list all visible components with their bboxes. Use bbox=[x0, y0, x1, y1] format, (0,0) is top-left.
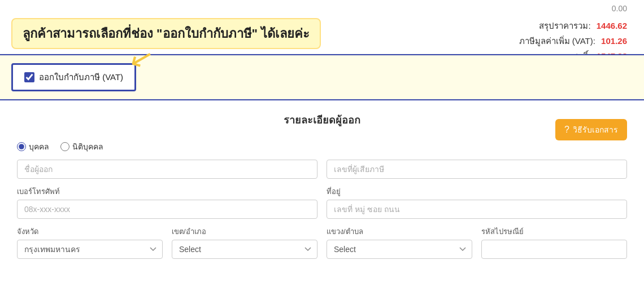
question-icon: ? bbox=[564, 125, 569, 135]
form-row-2: เบอร์โทรศัพท์ ที่อยู่ bbox=[17, 186, 627, 219]
vat-checkbox-text: ออกใบกำกับภาษี (VAT) bbox=[39, 70, 123, 84]
section-header: รายละเอียดผู้ออก ? วิธีรับเอกสาร bbox=[17, 112, 627, 140]
province-select[interactable]: กรุงเทพมหานคร bbox=[17, 240, 163, 259]
vat-checkbox-label[interactable]: ออกใบกำกับภาษี (VAT) bbox=[24, 70, 123, 84]
address-input[interactable] bbox=[327, 200, 627, 219]
top-section: ลูกค้าสามารถเลือกที่ช่อง "ออกใบกำกับภาษี… bbox=[0, 14, 644, 54]
subtotal-label: สรุปราคารวม: bbox=[539, 21, 590, 30]
page-wrapper: 0.00 ลูกค้าสามารถเลือกที่ช่อง "ออกใบกำกั… bbox=[0, 0, 644, 282]
radio-person-label[interactable]: บุคคล bbox=[17, 140, 49, 153]
zero-value: 0.00 bbox=[612, 4, 627, 13]
address-label: ที่อยู่ bbox=[327, 186, 627, 197]
section-title: รายละเอียดผู้ออก bbox=[17, 112, 627, 128]
radio-person-text: บุคคล bbox=[29, 140, 49, 153]
tax-id-input[interactable] bbox=[327, 160, 627, 179]
form-row-1 bbox=[17, 160, 627, 179]
subdistrict-select[interactable]: Select bbox=[327, 240, 472, 259]
form-group-postal: รหัสไปรษณีย์ bbox=[481, 226, 627, 259]
radio-company-text: นิติบุคคล bbox=[72, 140, 103, 153]
phone-input[interactable] bbox=[17, 200, 317, 219]
radio-person[interactable] bbox=[17, 142, 26, 151]
checkbox-outlined-box[interactable]: ออกใบกำกับภาษี (VAT) bbox=[11, 63, 136, 91]
postal-input[interactable] bbox=[481, 240, 627, 259]
form-group-subdistrict: แขวง/ตำบล Select bbox=[327, 226, 472, 259]
phone-label: เบอร์โทรศัพท์ bbox=[17, 186, 317, 197]
form-row-3: จังหวัด กรุงเทพมหานคร เขต/อำเภอ Select แ… bbox=[17, 226, 627, 259]
district-select[interactable]: Select bbox=[172, 240, 317, 259]
radio-company[interactable] bbox=[60, 142, 69, 151]
how-to-button[interactable]: ? วิธีรับเอกสาร bbox=[555, 119, 627, 140]
radio-company-label[interactable]: นิติบุคคล bbox=[60, 140, 103, 153]
vat-label: ภาษีมูลค่าเพิ่ม (VAT): bbox=[519, 36, 595, 46]
subtotal-value: 1446.62 bbox=[597, 21, 627, 30]
checkbox-row: ออกใบกำกับภาษี (VAT) bbox=[0, 54, 644, 100]
radio-group: บุคคล นิติบุคคล bbox=[17, 140, 627, 153]
vat-row: ภาษีมูลค่าเพิ่ม (VAT): 101.26 bbox=[519, 33, 627, 49]
how-to-label: วิธีรับเอกสาร bbox=[573, 124, 618, 136]
form-group-name bbox=[17, 160, 317, 179]
form-group-address: ที่อยู่ bbox=[327, 186, 627, 219]
form-group-district: เขต/อำเภอ Select bbox=[172, 226, 317, 259]
form-group-province: จังหวัด กรุงเทพมหานคร bbox=[17, 226, 163, 259]
vat-checkbox[interactable] bbox=[24, 72, 34, 82]
district-label: เขต/อำเภอ bbox=[172, 226, 317, 237]
subtotal-row: สรุปราคารวม: 1446.62 bbox=[519, 18, 627, 33]
form-group-phone: เบอร์โทรศัพท์ bbox=[17, 186, 317, 219]
subdistrict-label: แขวง/ตำบล bbox=[327, 226, 472, 237]
form-group-taxid bbox=[327, 160, 627, 179]
vat-value: 101.26 bbox=[601, 36, 627, 46]
province-label: จังหวัด bbox=[17, 226, 163, 237]
annotation-bubble: ลูกค้าสามารถเลือกที่ช่อง "ออกใบกำกับภาษี… bbox=[11, 18, 321, 49]
top-bar: 0.00 bbox=[0, 0, 644, 14]
postal-label: รหัสไปรษณีย์ bbox=[481, 226, 627, 237]
issuer-name-input[interactable] bbox=[17, 160, 317, 179]
main-content: รายละเอียดผู้ออก ? วิธีรับเอกสาร บุคคล น… bbox=[0, 100, 644, 277]
